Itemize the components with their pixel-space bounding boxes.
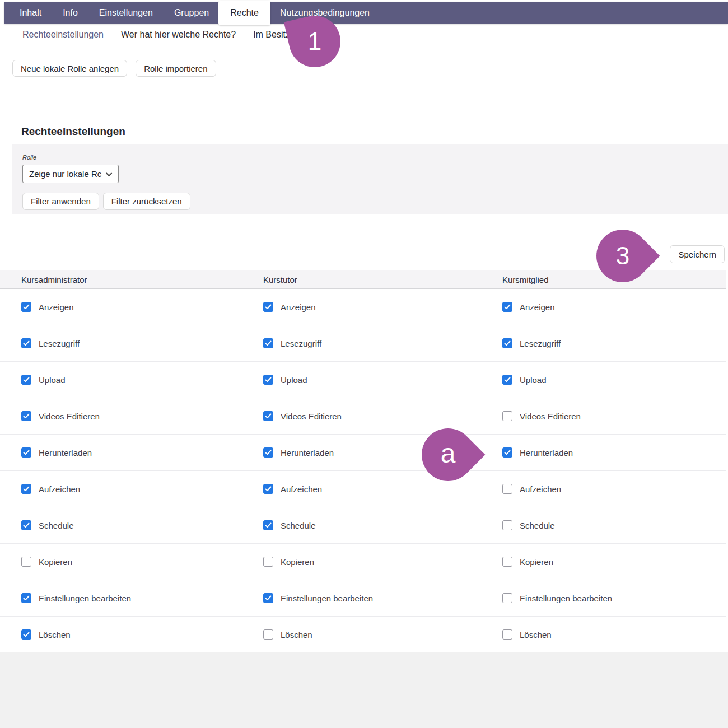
checkbox-checked[interactable] [21, 593, 31, 603]
checkbox-unchecked[interactable] [502, 484, 512, 494]
permission-label: Anzeigen [39, 302, 74, 312]
tab-gruppen[interactable]: Gruppen [174, 8, 209, 18]
checkbox-checked[interactable] [21, 484, 31, 494]
tab-einstellungen[interactable]: Einstellungen [99, 8, 153, 18]
permission-cell: Videos Editieren [21, 411, 263, 421]
checkbox-unchecked[interactable] [21, 557, 31, 567]
checkmark-icon [23, 413, 30, 419]
permission-cell: Anzeigen [21, 302, 263, 312]
subnav-im-besitz[interactable]: Im Besitz [253, 30, 290, 40]
checkbox-checked[interactable] [21, 338, 31, 348]
checkbox-unchecked[interactable] [502, 557, 512, 567]
subnav-wer-hat-welche-rechte[interactable]: Wer hat hier welche Rechte? [121, 30, 236, 40]
permission-label: Videos Editieren [281, 412, 342, 421]
column-header-kurstutor: Kurstutor [263, 275, 502, 284]
filter-panel: Rolle Zeige nur lokale Rc Filter anwende… [12, 144, 728, 214]
permission-cell: Lesezugriff [21, 338, 263, 348]
checkmark-icon [23, 304, 30, 310]
permission-cell: Löschen [263, 629, 502, 640]
table-row: AufzeichenAufzeichenAufzeichen [0, 471, 726, 507]
checkmark-icon [23, 486, 30, 492]
permission-cell: Aufzeichen [502, 484, 726, 494]
permission-label: Löschen [281, 630, 312, 640]
import-role-button[interactable]: Rolle importieren [136, 60, 216, 77]
permission-label: Aufzeichen [39, 484, 80, 494]
annotation-label: 1 [289, 16, 340, 67]
checkbox-unchecked[interactable] [263, 629, 273, 640]
top-navbar: Inhalt Info Einstellungen Gruppen Rechte… [4, 2, 728, 24]
checkbox-checked[interactable] [502, 302, 512, 312]
permission-cell: Lesezugriff [502, 338, 726, 348]
permission-cell: Anzeigen [502, 302, 726, 312]
filter-buttons: Filter anwenden Filter zurücksetzen [22, 193, 190, 210]
permission-cell: Herunterladen [502, 447, 726, 458]
permission-cell: Einstellungen bearbeiten [263, 593, 502, 603]
checkbox-checked[interactable] [21, 447, 31, 458]
new-local-role-button[interactable]: Neue lokale Rolle anlegen [12, 60, 127, 77]
checkbox-checked[interactable] [263, 338, 273, 348]
permission-label: Anzeigen [281, 302, 316, 312]
checkbox-checked[interactable] [502, 447, 512, 458]
permission-label: Kopieren [39, 557, 72, 567]
checkbox-checked[interactable] [263, 375, 273, 385]
checkbox-checked[interactable] [21, 629, 31, 640]
checkbox-unchecked[interactable] [502, 411, 512, 421]
checkbox-checked[interactable] [502, 338, 512, 348]
subnav-rechteeinstellungen[interactable]: Rechteeinstellungen [22, 30, 104, 40]
checkmark-icon [23, 340, 30, 346]
save-button[interactable]: Speichern [670, 245, 725, 263]
permission-label: Schedule [281, 521, 316, 530]
permission-label: Löschen [520, 630, 552, 640]
checkbox-checked[interactable] [21, 375, 31, 385]
permission-label: Aufzeichen [281, 484, 322, 494]
checkbox-checked[interactable] [263, 411, 273, 421]
tab-rechte[interactable]: Rechte [218, 1, 270, 25]
checkbox-unchecked[interactable] [502, 629, 512, 640]
checkmark-icon [504, 340, 511, 346]
annotation-balloon-a: a [422, 428, 474, 481]
role-filter-select[interactable]: Zeige nur lokale Rc [22, 165, 119, 183]
permission-cell: Löschen [21, 629, 263, 640]
checkbox-unchecked[interactable] [502, 520, 512, 530]
tab-inhalt[interactable]: Inhalt [20, 8, 41, 18]
role-filter-select-value: Zeige nur lokale Rc [29, 169, 101, 179]
permission-label: Herunterladen [281, 448, 334, 458]
permission-cell: Kopieren [263, 557, 502, 567]
table-row: Einstellungen bearbeitenEinstellungen be… [0, 580, 726, 617]
permission-label: Lesezugriff [281, 339, 321, 348]
page: Inhalt Info Einstellungen Gruppen Rechte… [0, 0, 728, 728]
permission-cell: Videos Editieren [502, 411, 726, 421]
checkmark-icon [265, 340, 272, 346]
reset-filter-button[interactable]: Filter zurücksetzen [103, 193, 190, 210]
checkbox-checked[interactable] [21, 302, 31, 312]
apply-filter-button[interactable]: Filter anwenden [22, 193, 99, 210]
checkbox-checked[interactable] [21, 411, 31, 421]
checkmark-icon [504, 450, 511, 455]
table-row: KopierenKopierenKopieren [0, 544, 726, 580]
checkbox-checked[interactable] [263, 302, 273, 312]
checkmark-icon [265, 377, 272, 382]
permission-label: Upload [520, 375, 547, 385]
checkbox-checked[interactable] [263, 520, 273, 530]
permission-cell: Anzeigen [263, 302, 502, 312]
checkbox-checked[interactable] [263, 484, 273, 494]
footer-area [0, 652, 728, 728]
checkbox-checked[interactable] [21, 520, 31, 530]
checkmark-icon [23, 450, 30, 455]
checkmark-icon [504, 304, 511, 310]
checkbox-checked[interactable] [502, 375, 512, 385]
permission-cell: Schedule [263, 520, 502, 530]
permission-label: Videos Editieren [520, 412, 581, 421]
table-row: LöschenLöschenLöschen [0, 617, 726, 653]
tab-info[interactable]: Info [63, 8, 78, 18]
checkbox-unchecked[interactable] [502, 593, 512, 603]
column-header-kursadministrator: Kursadministrator [21, 275, 263, 284]
permission-label: Lesezugriff [39, 339, 80, 348]
page-title: Rechteeinstellungen [21, 125, 125, 138]
checkbox-checked[interactable] [263, 593, 273, 603]
checkbox-checked[interactable] [263, 447, 273, 458]
checkmark-icon [23, 595, 30, 601]
permission-cell: Kopieren [21, 557, 263, 567]
checkbox-unchecked[interactable] [263, 557, 273, 567]
table-row: Videos EditierenVideos EditierenVideos E… [0, 398, 726, 435]
